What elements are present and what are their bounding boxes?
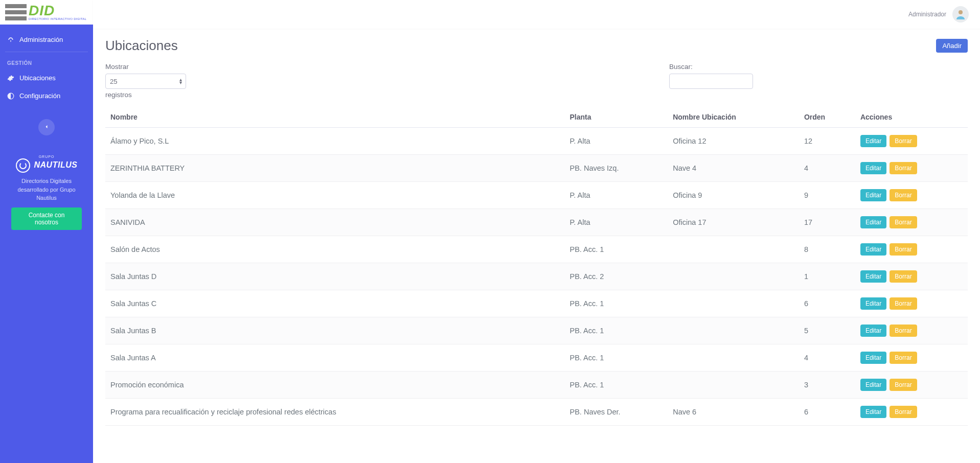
- cell-ubicacion: [668, 290, 799, 317]
- edit-button[interactable]: Editar: [860, 270, 886, 283]
- table-row: Promoción económicaPB. Acc. 13EditarBorr…: [105, 372, 968, 399]
- cell-orden: 6: [799, 399, 855, 426]
- table-row: Sala Juntas DPB. Acc. 21EditarBorrar: [105, 263, 968, 290]
- cell-orden: 9: [799, 182, 855, 209]
- sidebar-item-configuracion[interactable]: Configuración: [0, 87, 93, 105]
- avatar[interactable]: [952, 6, 969, 22]
- brand-logo[interactable]: DID DIRECTORIO INTERACTIVO DIGITAL: [0, 0, 93, 25]
- search-label: Buscar:: [669, 63, 753, 71]
- delete-button[interactable]: Borrar: [890, 189, 917, 201]
- cell-orden: 1: [799, 263, 855, 290]
- brand-sub: DIRECTORIO INTERACTIVO DIGITAL: [29, 17, 86, 20]
- table-row: Programa para recualificación y reciclaj…: [105, 399, 968, 426]
- cell-ubicacion: [668, 317, 799, 344]
- sidebar-item-label: Configuración: [19, 92, 60, 100]
- delete-button[interactable]: Borrar: [890, 135, 917, 147]
- swirl-icon: [16, 158, 30, 173]
- cell-planta: P. Alta: [565, 128, 668, 155]
- table-row: Sala Juntas APB. Acc. 14EditarBorrar: [105, 344, 968, 372]
- delete-button[interactable]: Borrar: [890, 216, 917, 228]
- th-orden[interactable]: Orden: [799, 107, 855, 128]
- cell-nombre: SANIVIDA: [105, 209, 565, 236]
- delete-button[interactable]: Borrar: [890, 352, 917, 364]
- delete-button[interactable]: Borrar: [890, 406, 917, 418]
- cell-ubicacion: Oficina 12: [668, 128, 799, 155]
- table-row: Yolanda de la LlaveP. AltaOficina 99Edit…: [105, 182, 968, 209]
- cell-acciones: EditarBorrar: [855, 209, 968, 236]
- sidebar-collapse-button[interactable]: [38, 119, 55, 135]
- cell-ubicacion: Oficina 17: [668, 209, 799, 236]
- cell-planta: PB. Acc. 2: [565, 263, 668, 290]
- search-input[interactable]: [669, 74, 753, 89]
- table-row: Salón de ActosPB. Acc. 18EditarBorrar: [105, 236, 968, 263]
- edit-button[interactable]: Editar: [860, 325, 886, 337]
- cell-acciones: EditarBorrar: [855, 128, 968, 155]
- delete-button[interactable]: Borrar: [890, 162, 917, 174]
- cell-orden: 5: [799, 317, 855, 344]
- edit-button[interactable]: Editar: [860, 189, 886, 201]
- promo-logo: GRUPO NAUTILUS: [11, 155, 82, 173]
- cell-ubicacion: [668, 236, 799, 263]
- edit-button[interactable]: Editar: [860, 243, 886, 256]
- delete-button[interactable]: Borrar: [890, 379, 917, 391]
- show-label: Mostrar: [105, 63, 186, 71]
- edit-button[interactable]: Editar: [860, 162, 886, 174]
- cell-acciones: EditarBorrar: [855, 290, 968, 317]
- contrast-icon: [7, 92, 14, 100]
- th-planta[interactable]: Planta: [565, 107, 668, 128]
- page-size-select[interactable]: 25: [105, 74, 186, 89]
- contact-button[interactable]: Contacte con nosotros: [11, 207, 82, 230]
- cell-planta: PB. Acc. 1: [565, 290, 668, 317]
- edit-button[interactable]: Editar: [860, 216, 886, 228]
- cell-ubicacion: [668, 372, 799, 399]
- cell-acciones: EditarBorrar: [855, 155, 968, 182]
- sidebar-heading-gestion: GESTIÓN: [0, 55, 93, 69]
- delete-button[interactable]: Borrar: [890, 270, 917, 283]
- cell-nombre: Programa para recualificación y reciclaj…: [105, 399, 565, 426]
- page-title: Ubicaciones: [105, 38, 178, 54]
- svg-point-1: [959, 10, 963, 14]
- main: Administrador Ubicaciones Añadir Mostrar…: [93, 0, 980, 463]
- sidebar-item-admin[interactable]: Administración: [0, 31, 93, 49]
- sidebar-item-label: Administración: [19, 36, 63, 43]
- cell-orden: 4: [799, 344, 855, 372]
- cell-planta: PB. Acc. 1: [565, 344, 668, 372]
- sidebar-item-ubicaciones[interactable]: Ubicaciones: [0, 69, 93, 87]
- cell-nombre: Sala Juntas C: [105, 290, 565, 317]
- cell-acciones: EditarBorrar: [855, 399, 968, 426]
- delete-button[interactable]: Borrar: [890, 325, 917, 337]
- edit-button[interactable]: Editar: [860, 406, 886, 418]
- cell-orden: 4: [799, 155, 855, 182]
- delete-button[interactable]: Borrar: [890, 243, 917, 256]
- cell-ubicacion: Oficina 9: [668, 182, 799, 209]
- gear-icon: [7, 75, 14, 82]
- cell-planta: P. Alta: [565, 182, 668, 209]
- edit-button[interactable]: Editar: [860, 379, 886, 391]
- cell-acciones: EditarBorrar: [855, 182, 968, 209]
- brand-main: DID: [29, 4, 86, 17]
- cell-nombre: Álamo y Pico, S.L: [105, 128, 565, 155]
- sidebar-item-label: Ubicaciones: [19, 74, 56, 82]
- cell-nombre: Salón de Actos: [105, 236, 565, 263]
- edit-button[interactable]: Editar: [860, 297, 886, 310]
- cell-orden: 12: [799, 128, 855, 155]
- promo-text: Directorios Digitales desarrollado por G…: [11, 177, 82, 202]
- locations-table: Nombre Planta Nombre Ubicación Orden Acc…: [105, 107, 968, 426]
- cell-planta: P. Alta: [565, 209, 668, 236]
- cell-ubicacion: [668, 263, 799, 290]
- cell-ubicacion: [668, 344, 799, 372]
- add-button[interactable]: Añadir: [936, 39, 968, 53]
- cell-planta: PB. Naves Izq.: [565, 155, 668, 182]
- edit-button[interactable]: Editar: [860, 135, 886, 147]
- promo-card: GRUPO NAUTILUS Directorios Digitales des…: [5, 149, 88, 236]
- cell-nombre: Promoción económica: [105, 372, 565, 399]
- topbar: Administrador: [93, 0, 980, 29]
- edit-button[interactable]: Editar: [860, 352, 886, 364]
- cell-orden: 8: [799, 236, 855, 263]
- cell-acciones: EditarBorrar: [855, 236, 968, 263]
- th-nombre[interactable]: Nombre: [105, 107, 565, 128]
- delete-button[interactable]: Borrar: [890, 297, 917, 310]
- th-ubicacion[interactable]: Nombre Ubicación: [668, 107, 799, 128]
- sidebar: DID DIRECTORIO INTERACTIVO DIGITAL Admin…: [0, 0, 93, 463]
- cell-nombre: Sala Juntas D: [105, 263, 565, 290]
